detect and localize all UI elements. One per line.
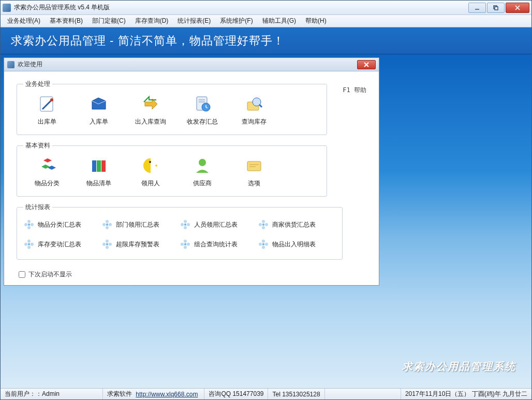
report-supplier-summary[interactable]: 商家供货汇总表 (258, 219, 336, 230)
svg-point-53 (102, 243, 106, 246)
report-label: 超限库存预警表 (116, 240, 159, 249)
menu-stock-query[interactable]: 库存查询(D) (130, 15, 173, 27)
svg-point-50 (106, 240, 109, 243)
svg-point-61 (265, 243, 268, 246)
flower-icon (23, 219, 35, 230)
flower-icon (180, 219, 191, 230)
welcome-dialog: 欢迎使用 F1 帮助 业务处理 出库单 (4, 57, 379, 286)
help-link[interactable]: F1 帮助 (343, 86, 366, 95)
svg-point-32 (106, 226, 109, 229)
menu-reports[interactable]: 统计报表(E) (173, 15, 215, 27)
svg-point-41 (265, 223, 268, 226)
report-label: 库存变动汇总表 (38, 240, 81, 249)
menu-maintain[interactable]: 系统维护(F) (215, 15, 257, 27)
clipboard-clock-icon (193, 95, 212, 113)
svg-point-48 (24, 243, 27, 246)
dont-show-input[interactable] (19, 271, 25, 278)
status-bar: 当前用户：：Admin 求索软件 http://www.xlq668.com 咨… (1, 388, 531, 399)
svg-point-47 (27, 246, 31, 249)
btn-supplier[interactable]: 供应商 (176, 153, 228, 191)
svg-point-37 (184, 226, 187, 229)
group-basic-label: 基本资料 (23, 141, 52, 150)
dont-show-label: 下次启动不显示 (28, 270, 72, 279)
report-inout-detail[interactable]: 物品出入明细表 (258, 239, 336, 250)
magnifier-folder-icon (244, 95, 264, 113)
dialog-icon (7, 61, 14, 68)
svg-point-34 (106, 224, 108, 226)
btn-inbound[interactable]: 入库单 (73, 92, 125, 129)
svg-point-29 (28, 224, 30, 226)
minimize-button[interactable] (468, 3, 486, 13)
status-company-link[interactable]: 求索软件 http://www.xlq668.com (103, 389, 204, 399)
btn-options[interactable]: 选项 (228, 153, 280, 191)
btn-supplier-label: 供应商 (193, 179, 212, 188)
group-business: 业务处理 出库单 入库单 (17, 84, 327, 135)
window-title: 求索办公用品管理系统 v5.4 单机版 (14, 3, 110, 12)
report-category-summary[interactable]: 物品分类汇总表 (23, 219, 101, 230)
folders-color-icon (89, 156, 109, 175)
btn-options-label: 选项 (248, 179, 260, 188)
svg-point-31 (109, 223, 112, 226)
svg-rect-16 (92, 160, 96, 172)
swap-arrows-icon (141, 95, 160, 113)
btn-inbound-label: 入库单 (90, 117, 108, 126)
pacman-icon (141, 156, 160, 175)
dialog-title-text: 欢迎使用 (18, 60, 42, 69)
maximize-button[interactable] (487, 3, 505, 13)
dont-show-checkbox[interactable]: 下次启动不显示 (19, 270, 371, 279)
svg-point-35 (184, 220, 187, 223)
main-area: 欢迎使用 F1 帮助 业务处理 出库单 (1, 54, 531, 388)
svg-point-46 (31, 243, 34, 246)
report-label: 商家供货汇总表 (272, 220, 316, 229)
close-button[interactable] (506, 3, 529, 13)
status-date: 2017年11月10日（五） 丁酉(鸡)年 九月廿二 (401, 389, 531, 399)
btn-stock-query[interactable]: 查询库存 (228, 92, 280, 129)
svg-point-40 (262, 220, 265, 223)
report-label: 组合查询统计表 (194, 240, 238, 249)
status-url[interactable]: http://www.xlq668.com (136, 391, 198, 398)
dialog-title-bar: 欢迎使用 (4, 58, 379, 71)
app-icon (3, 4, 11, 12)
svg-point-30 (106, 220, 109, 223)
menu-basic[interactable]: 基本资料(B) (45, 15, 87, 27)
report-label: 物品出入明细表 (272, 240, 316, 249)
btn-recipient[interactable]: 领用人 (125, 153, 176, 191)
report-overlimit-warning[interactable]: 超限库存预警表 (101, 239, 180, 250)
cubes-icon (37, 156, 57, 175)
svg-point-38 (181, 223, 184, 226)
notepad-icon (37, 95, 57, 113)
menu-dept-quota[interactable]: 部门定额(C) (87, 15, 130, 27)
svg-point-51 (109, 243, 112, 246)
svg-point-19 (149, 161, 151, 163)
svg-point-42 (262, 226, 265, 229)
menu-help[interactable]: 帮助(H) (301, 15, 331, 27)
btn-inout-query[interactable]: 出入库查询 (125, 92, 176, 129)
svg-rect-18 (101, 160, 106, 172)
svg-point-49 (28, 243, 30, 245)
report-person-summary[interactable]: 人员领用汇总表 (180, 219, 258, 230)
svg-point-43 (259, 223, 262, 226)
status-company-text: 求索软件 (107, 390, 132, 398)
svg-point-36 (187, 223, 190, 226)
report-combined-query[interactable]: 组合查询统计表 (180, 239, 258, 250)
report-label: 部门领用汇总表 (116, 220, 159, 229)
dialog-close-button[interactable] (357, 60, 376, 69)
report-dept-summary[interactable]: 部门领用汇总表 (101, 219, 180, 230)
flower-icon (180, 239, 191, 250)
btn-outbound[interactable]: 出库单 (21, 92, 73, 129)
btn-item-list[interactable]: 物品清单 (73, 153, 125, 191)
app-window: 求索办公用品管理系统 v5.4 单机版 业务处理(A) 基本资料(B) 部门定额… (0, 0, 532, 400)
btn-category[interactable]: 物品分类 (21, 153, 73, 191)
menu-tools[interactable]: 辅助工具(G) (258, 15, 301, 27)
svg-rect-22 (247, 161, 261, 171)
flower-icon (23, 239, 35, 250)
report-stock-change[interactable]: 库存变动汇总表 (23, 239, 101, 250)
svg-point-44 (262, 224, 264, 226)
btn-category-label: 物品分类 (35, 179, 60, 188)
svg-point-55 (184, 240, 187, 243)
btn-summary[interactable]: 收发存汇总 (176, 92, 228, 129)
flower-icon (101, 239, 113, 250)
menu-business[interactable]: 业务处理(A) (3, 15, 45, 27)
svg-rect-17 (97, 160, 101, 172)
svg-point-28 (24, 223, 27, 226)
